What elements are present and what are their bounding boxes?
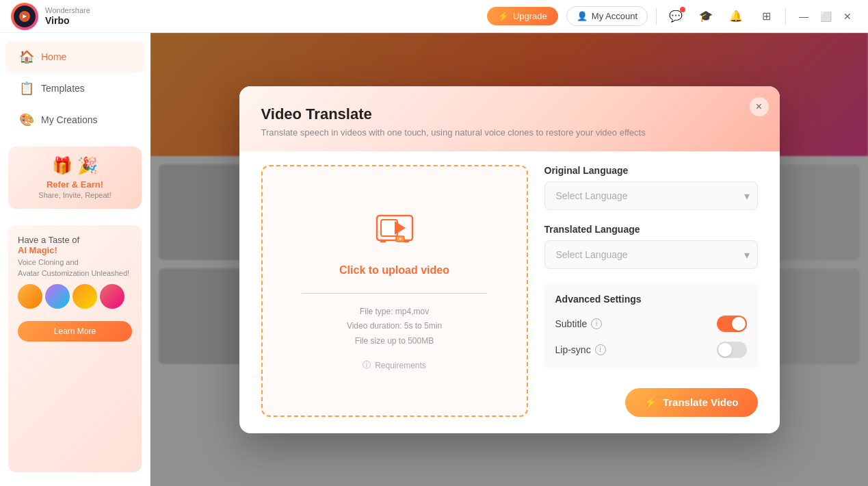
svg-marker-3 bbox=[395, 221, 406, 235]
sidebar-item-templates-label: Templates bbox=[41, 83, 85, 94]
requirements-label: Requirements bbox=[375, 361, 426, 370]
translate-btn-row: ⚡ Translate Video bbox=[544, 383, 758, 417]
upload-icon bbox=[376, 210, 414, 256]
sidebar-ad: Have a Taste of AI Magic! Voice Cloning … bbox=[8, 225, 142, 472]
duration-text: Video duration: 5s to 5min bbox=[347, 319, 442, 334]
upload-area[interactable]: Click to upload video File type: mp4,mov… bbox=[261, 165, 528, 417]
grid-icon[interactable]: ⊞ bbox=[755, 5, 777, 27]
templates-icon: 📋 bbox=[19, 81, 34, 96]
promo-subtitle: Share, Invite, Repeat! bbox=[18, 191, 132, 199]
requirements-icon: ⓘ bbox=[363, 359, 371, 371]
sidebar-item-home[interactable]: 🏠 Home bbox=[5, 41, 144, 73]
upload-divider bbox=[302, 293, 486, 294]
app-name-top: Wondershare bbox=[45, 6, 90, 15]
sidebar-item-templates[interactable]: 📋 Templates bbox=[5, 73, 144, 104]
notification-dot bbox=[680, 7, 685, 12]
learn-more-label: Learn More bbox=[54, 327, 96, 336]
lipsync-label: Lip-sync bbox=[555, 344, 591, 355]
chat-btn-wrapper: 💬 bbox=[665, 5, 687, 27]
close-button[interactable]: ✕ bbox=[838, 7, 857, 26]
window-controls: — ⬜ ✕ bbox=[794, 7, 857, 26]
translate-video-button[interactable]: ⚡ Translate Video bbox=[625, 388, 758, 417]
app-logo bbox=[11, 3, 38, 30]
sidebar: 🏠 Home 📋 Templates 🎨 My Creations 🎁 🎉 Re… bbox=[0, 33, 150, 486]
content-area: × Video Translate Translate speech in vi… bbox=[150, 33, 868, 486]
creations-icon: 🎨 bbox=[19, 112, 34, 127]
settings-panel: Original Language Select Language ▾ bbox=[544, 165, 758, 417]
sidebar-promo[interactable]: 🎁 🎉 Refer & Earn! Share, Invite, Repeat! bbox=[8, 146, 142, 209]
modal-title: Video Translate bbox=[261, 105, 758, 123]
ad-images bbox=[18, 284, 132, 309]
subtitle-row: Subtitle i bbox=[555, 316, 747, 332]
gift-icon[interactable]: 🎓 bbox=[695, 5, 717, 27]
lipsync-row: Lip-sync i bbox=[555, 342, 747, 358]
upload-info: File type: mp4,mov Video duration: 5s to… bbox=[347, 305, 442, 349]
help-icon[interactable]: 🔔 bbox=[725, 5, 747, 27]
account-icon: 👤 bbox=[577, 11, 588, 21]
advanced-settings: Advanced Settings Subtitle i bbox=[544, 283, 758, 369]
ad-avatar-1 bbox=[18, 284, 42, 309]
original-language-select[interactable]: Select Language bbox=[544, 181, 758, 210]
ad-sub1: Voice Cloning and bbox=[18, 258, 132, 266]
upgrade-button[interactable]: ⚡ Upgrade bbox=[487, 7, 558, 25]
promo-icon: 🎁 🎉 bbox=[18, 156, 132, 175]
modal-header: × Video Translate Translate speech in vi… bbox=[239, 86, 780, 151]
subtitle-info-icon[interactable]: i bbox=[591, 318, 602, 329]
ad-sub2: Avatar Customization Unleashed! bbox=[18, 269, 132, 277]
main-layout: 🏠 Home 📋 Templates 🎨 My Creations 🎁 🎉 Re… bbox=[0, 33, 868, 486]
modal-body: Click to upload video File type: mp4,mov… bbox=[239, 151, 780, 433]
translated-language-section: Translated Language Select Language ▾ bbox=[544, 224, 758, 269]
lipsync-label-group: Lip-sync i bbox=[555, 344, 606, 355]
translated-language-wrapper: Select Language ▾ bbox=[544, 240, 758, 269]
close-icon: × bbox=[756, 101, 762, 113]
ad-avatar-4 bbox=[100, 284, 124, 309]
title-bar-left: Wondershare Virbo bbox=[11, 3, 90, 30]
subtitle-label-group: Subtitle i bbox=[555, 318, 603, 329]
size-text: File size up to 500MB bbox=[347, 334, 442, 349]
modal-subtitle: Translate speech in videos with one touc… bbox=[261, 127, 758, 138]
upgrade-icon: ⚡ bbox=[498, 11, 509, 21]
home-icon: 🏠 bbox=[19, 49, 34, 64]
upgrade-label: Upgrade bbox=[513, 11, 547, 21]
original-language-label: Original Language bbox=[544, 165, 758, 176]
learn-more-button[interactable]: Learn More bbox=[18, 321, 132, 342]
app-name: Wondershare Virbo bbox=[45, 6, 90, 27]
original-language-wrapper: Select Language ▾ bbox=[544, 181, 758, 210]
app-window: Wondershare Virbo ⚡ Upgrade 👤 My Account… bbox=[0, 0, 868, 486]
lipsync-info-icon[interactable]: i bbox=[595, 344, 606, 355]
original-language-section: Original Language Select Language ▾ bbox=[544, 165, 758, 210]
logo-icon bbox=[18, 10, 31, 23]
sidebar-item-home-label: Home bbox=[41, 51, 66, 62]
subtitle-label: Subtitle bbox=[555, 318, 588, 329]
divider2 bbox=[785, 8, 786, 25]
ad-avatar-2 bbox=[45, 284, 70, 309]
ad-title-text: Have a Taste of bbox=[18, 235, 79, 245]
translated-language-select[interactable]: Select Language bbox=[544, 240, 758, 269]
my-account-button[interactable]: 👤 My Account bbox=[566, 6, 648, 26]
translate-btn-icon: ⚡ bbox=[644, 396, 657, 409]
modal-close-button[interactable]: × bbox=[750, 97, 769, 116]
subtitle-toggle[interactable] bbox=[717, 316, 747, 332]
sidebar-item-creations-label: My Creations bbox=[41, 114, 97, 125]
translated-language-label: Translated Language bbox=[544, 224, 758, 235]
divider bbox=[656, 8, 657, 25]
modal-overlay: × Video Translate Translate speech in vi… bbox=[150, 33, 868, 486]
translate-btn-label: Translate Video bbox=[663, 396, 739, 408]
account-label: My Account bbox=[592, 11, 637, 21]
promo-title: Refer & Earn! bbox=[18, 179, 132, 190]
file-type-text: File type: mp4,mov bbox=[347, 305, 442, 320]
subtitle-toggle-knob bbox=[732, 317, 746, 331]
ad-title-orange: AI Magic! bbox=[18, 245, 132, 255]
advanced-settings-title: Advanced Settings bbox=[555, 294, 747, 305]
minimize-button[interactable]: — bbox=[794, 7, 813, 26]
lipsync-toggle[interactable] bbox=[717, 342, 747, 358]
lipsync-toggle-knob bbox=[718, 343, 732, 357]
ad-avatar-3 bbox=[73, 284, 97, 309]
sidebar-item-creations[interactable]: 🎨 My Creations bbox=[5, 104, 144, 136]
requirements-link[interactable]: ⓘ Requirements bbox=[363, 359, 426, 371]
ad-title: Have a Taste of bbox=[18, 235, 132, 245]
title-bar-right: ⚡ Upgrade 👤 My Account 💬 🎓 🔔 ⊞ — ⬜ ✕ bbox=[487, 5, 857, 27]
maximize-button[interactable]: ⬜ bbox=[816, 7, 835, 26]
upload-label: Click to upload video bbox=[339, 264, 449, 277]
title-bar: Wondershare Virbo ⚡ Upgrade 👤 My Account… bbox=[0, 0, 868, 33]
